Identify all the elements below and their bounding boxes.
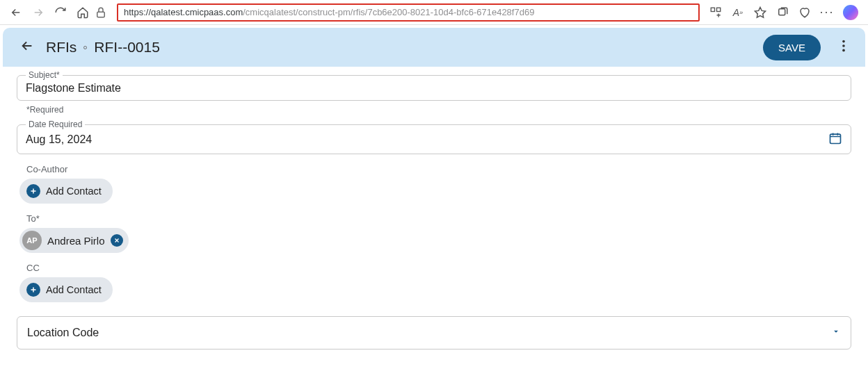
co-author-label: Co-Author <box>26 164 851 174</box>
plus-icon <box>26 184 40 198</box>
app-launcher-icon[interactable] <box>709 6 722 19</box>
breadcrumb: RFIs RFI--0015 <box>46 39 160 56</box>
add-co-author-button[interactable]: Add Contact <box>19 179 113 204</box>
page-header: RFIs RFI--0015 SAVE <box>3 28 865 67</box>
chevron-down-icon <box>831 327 841 339</box>
location-code-select[interactable]: Location Code <box>17 316 851 350</box>
copilot-icon[interactable] <box>843 5 858 20</box>
cc-label: CC <box>26 263 851 273</box>
breadcrumb-separator-icon <box>83 46 87 49</box>
more-icon[interactable]: ··· <box>821 6 833 19</box>
breadcrumb-root[interactable]: RFIs <box>46 39 77 56</box>
browser-refresh-icon[interactable] <box>54 6 67 19</box>
date-required-input[interactable] <box>26 133 828 146</box>
browser-toolbar: https://qalatest.cmicpaas.com/cmicqalate… <box>0 0 868 25</box>
to-contact-chip[interactable]: AP Andrea Pirlo <box>19 228 129 253</box>
svg-rect-3 <box>779 8 785 15</box>
svg-rect-1 <box>711 8 714 11</box>
add-co-author-label: Add Contact <box>46 186 102 197</box>
svg-rect-2 <box>717 8 721 11</box>
back-button[interactable] <box>19 38 35 56</box>
lock-icon[interactable] <box>95 6 107 19</box>
date-required-label: Date Required <box>26 120 85 129</box>
svg-point-4 <box>842 40 845 43</box>
location-code-placeholder: Location Code <box>27 327 831 339</box>
plus-icon <box>26 283 40 297</box>
health-icon[interactable] <box>798 6 811 19</box>
breadcrumb-current: RFI--0015 <box>94 39 160 56</box>
address-bar[interactable]: https://qalatest.cmicpaas.com/cmicqalate… <box>117 3 700 22</box>
subject-label: Subject* <box>26 70 63 80</box>
favorite-icon[interactable] <box>754 6 766 19</box>
form-body: Subject* *Required Date Required Co-Auth… <box>3 67 865 350</box>
date-required-field-wrap: Date Required <box>17 124 851 154</box>
browser-back-icon[interactable] <box>10 6 22 19</box>
subject-help: *Required <box>26 105 851 115</box>
remove-contact-icon[interactable] <box>111 234 123 247</box>
calendar-icon[interactable] <box>828 131 842 148</box>
avatar: AP <box>22 231 42 250</box>
subject-input[interactable] <box>26 82 842 94</box>
browser-home-icon[interactable] <box>77 6 89 19</box>
read-aloud-icon[interactable]: A» <box>732 6 744 19</box>
svg-rect-7 <box>830 134 841 143</box>
add-cc-label: Add Contact <box>46 284 102 295</box>
svg-point-6 <box>842 49 845 52</box>
contact-name: Andrea Pirlo <box>47 235 105 247</box>
url-host: https://qalatest.cmicpaas.com <box>124 7 243 17</box>
add-cc-button[interactable]: Add Contact <box>19 277 113 302</box>
more-actions-button[interactable] <box>836 38 851 56</box>
subject-field-wrap: Subject* <box>17 75 851 101</box>
svg-point-5 <box>842 44 845 47</box>
to-label: To* <box>26 213 851 224</box>
svg-rect-0 <box>97 12 105 17</box>
url-path: /cmicqalatest/construct-pm/rfis/7cb6e200… <box>243 7 534 17</box>
save-button[interactable]: SAVE <box>763 35 821 60</box>
browser-forward-icon <box>32 6 45 19</box>
collections-icon[interactable] <box>776 6 789 19</box>
